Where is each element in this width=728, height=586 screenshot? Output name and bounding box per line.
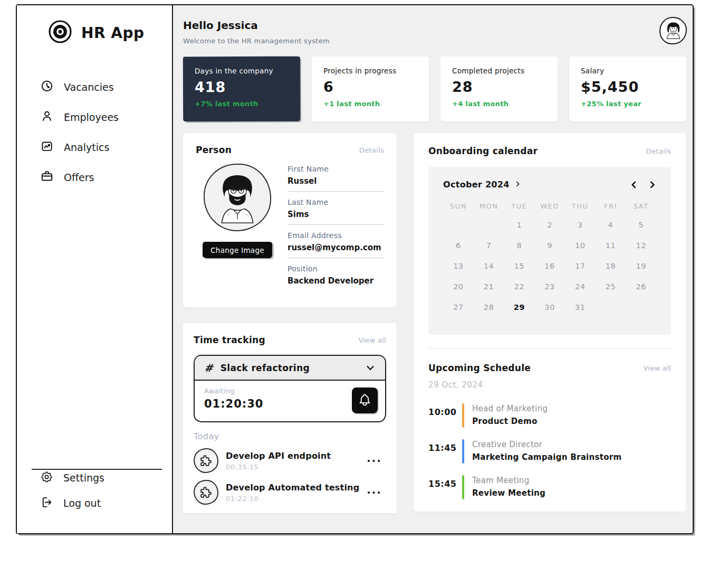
task-select-dropdown[interactable]: # Slack refactoring bbox=[195, 356, 385, 381]
calendar-day-header: THU bbox=[565, 202, 596, 215]
sidebar-item-analytics[interactable]: Analytics bbox=[40, 139, 172, 155]
task-badge bbox=[194, 480, 218, 505]
schedule-view-all-link[interactable]: View all bbox=[643, 364, 671, 372]
task-row: Develop API endpoint00:35:15 bbox=[194, 448, 386, 473]
calendar-day[interactable]: 16 bbox=[534, 256, 565, 277]
event-title: Review Meeting bbox=[472, 488, 545, 498]
event-time: 10:00 bbox=[428, 403, 462, 428]
stat-delta: +1 last month bbox=[323, 100, 417, 108]
person-field: Last NameSims bbox=[288, 198, 384, 225]
calendar-month-selector[interactable]: October 2024 bbox=[443, 179, 521, 190]
person-field: First NameRussel bbox=[288, 165, 384, 192]
sidebar: HR App VacanciesEmployeesAnalyticsOffers… bbox=[17, 5, 173, 533]
person-fields: First NameRusselLast NameSimsEmail Addre… bbox=[288, 164, 384, 286]
sidebar-item-vacancies[interactable]: Vacancies bbox=[40, 79, 172, 95]
puzzle-icon bbox=[199, 486, 213, 499]
reminder-bell-button[interactable] bbox=[352, 387, 378, 413]
hr-app-logo-icon bbox=[47, 19, 73, 46]
calendar-day[interactable]: 5 bbox=[626, 215, 656, 235]
task-options-menu[interactable] bbox=[367, 459, 381, 463]
calendar-day[interactable]: 11 bbox=[596, 235, 626, 256]
task-title: Develop Automated testing bbox=[226, 483, 359, 493]
field-value: Sims bbox=[288, 210, 384, 219]
calendar-day[interactable]: 2 bbox=[534, 215, 565, 235]
calendar-prev-button[interactable] bbox=[630, 181, 638, 189]
time-tracking-title: Time tracking bbox=[194, 335, 265, 345]
calendar-day[interactable]: 15 bbox=[504, 256, 534, 277]
calendar-day[interactable]: 20 bbox=[443, 277, 474, 297]
calendar-day[interactable]: 13 bbox=[443, 256, 474, 277]
sidebar-item-logout[interactable]: Log out bbox=[40, 495, 104, 511]
calendar-day[interactable]: 26 bbox=[626, 277, 656, 297]
calendar-day[interactable]: 9 bbox=[534, 235, 565, 256]
calendar-day[interactable]: 29 bbox=[504, 297, 534, 318]
stat-label: Completed projects bbox=[452, 67, 546, 75]
calendar-day[interactable]: 31 bbox=[565, 297, 596, 318]
sidebar-item-settings[interactable]: Settings bbox=[40, 470, 104, 486]
chart-icon bbox=[40, 139, 54, 155]
page-subtitle: Welcome to the HR management system bbox=[183, 37, 330, 45]
sidebar-item-label: Vacancies bbox=[64, 81, 114, 93]
calendar-empty-cell bbox=[443, 215, 474, 235]
calendar-day[interactable]: 28 bbox=[474, 297, 504, 318]
calendar-day-header: SUN bbox=[443, 202, 474, 215]
calendar-day[interactable]: 17 bbox=[565, 256, 596, 277]
today-task-list: Develop API endpoint00:35:15Develop Auto… bbox=[194, 448, 386, 505]
calendar-next-button[interactable] bbox=[648, 181, 656, 189]
bell-icon bbox=[358, 393, 372, 409]
sidebar-item-employees[interactable]: Employees bbox=[40, 109, 172, 125]
person-field: Email Addressrussel@mycomp.com bbox=[288, 231, 384, 258]
calendar-day[interactable]: 27 bbox=[443, 297, 474, 318]
calendar-day[interactable]: 25 bbox=[596, 277, 626, 297]
field-label: Position bbox=[288, 264, 384, 273]
calendar-day[interactable]: 8 bbox=[504, 235, 534, 256]
calendar-day[interactable]: 3 bbox=[565, 215, 596, 235]
puzzle-icon bbox=[199, 454, 213, 467]
page: HR App VacanciesEmployeesAnalyticsOffers… bbox=[0, 0, 728, 586]
field-divider bbox=[288, 191, 384, 192]
employee-photo bbox=[204, 164, 271, 231]
event-texts: Creative DirectorMarketing Campaign Brai… bbox=[472, 439, 621, 464]
calendar-day[interactable]: 21 bbox=[474, 277, 504, 297]
calendar-day[interactable]: 10 bbox=[565, 235, 596, 256]
change-image-button[interactable]: Change Image bbox=[203, 242, 272, 258]
event-texts: Team MeetingReview Meeting bbox=[472, 475, 545, 499]
task-options-menu[interactable] bbox=[367, 490, 381, 495]
sidebar-item-label: Settings bbox=[63, 472, 104, 484]
calendar-day[interactable]: 23 bbox=[534, 277, 565, 297]
calendar-day[interactable]: 24 bbox=[565, 277, 596, 297]
calendar-day[interactable]: 19 bbox=[626, 256, 656, 277]
calendar-day[interactable]: 7 bbox=[474, 235, 504, 256]
event-texts: Head of MarketingProduct Demo bbox=[472, 403, 548, 428]
sidebar-item-label: Employees bbox=[64, 111, 119, 123]
calendar-day[interactable]: 12 bbox=[626, 235, 656, 256]
stat-value: 28 bbox=[452, 79, 546, 95]
time-tracker-widget: # Slack refactoring Awaiting 01:20:30 bbox=[194, 355, 386, 422]
calendar-day[interactable]: 6 bbox=[443, 235, 474, 256]
calendar-day[interactable]: 4 bbox=[596, 215, 626, 235]
calendar-details-link[interactable]: Details bbox=[646, 147, 671, 155]
sidebar-item-offers[interactable]: Offers bbox=[40, 169, 172, 185]
sidebar-nav: VacanciesEmployeesAnalyticsOffers bbox=[40, 79, 172, 185]
field-label: Email Address bbox=[288, 231, 384, 240]
calendar-day[interactable]: 14 bbox=[474, 256, 504, 277]
task-texts: Develop Automated testing01:22:10 bbox=[226, 483, 359, 503]
person-icon bbox=[40, 109, 54, 125]
stat-label: Projects in progress bbox=[323, 67, 417, 75]
calendar-day[interactable]: 18 bbox=[596, 256, 626, 277]
task-time: 01:22:10 bbox=[226, 495, 359, 503]
task-title: Develop API endpoint bbox=[226, 451, 331, 461]
calendar-empty-cell bbox=[474, 215, 504, 235]
calendar-day-header: SAT bbox=[626, 202, 656, 215]
sidebar-footer-nav: SettingsLog out bbox=[40, 470, 104, 521]
event-time: 11:45 bbox=[428, 439, 462, 464]
calendar-day[interactable]: 22 bbox=[504, 277, 534, 297]
calendar-day[interactable]: 1 bbox=[504, 215, 534, 235]
time-tracking-view-all-link[interactable]: View all bbox=[358, 336, 386, 344]
user-avatar[interactable] bbox=[659, 17, 687, 44]
person-field: PositionBackend Developer bbox=[288, 264, 384, 286]
stats-row: Days in the company418+7% last monthProj… bbox=[183, 56, 686, 121]
calendar-day[interactable]: 30 bbox=[534, 297, 565, 318]
person-details-link[interactable]: Details bbox=[359, 146, 384, 154]
briefcase-icon bbox=[40, 169, 54, 185]
